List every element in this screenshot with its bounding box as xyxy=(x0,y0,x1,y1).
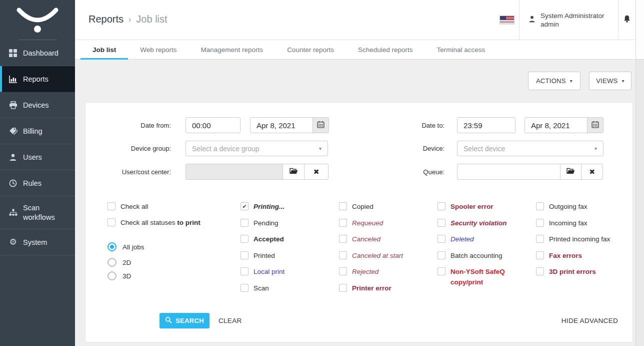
tab-web-reports[interactable]: Web reports xyxy=(128,40,188,59)
status-checkbox-printed[interactable]: Printed xyxy=(240,251,275,260)
status-checkbox-accepted[interactable]: Accepted xyxy=(240,235,284,243)
sidebar-item-scan-workflows[interactable]: Scan workflows xyxy=(0,196,75,229)
status-label: Printed xyxy=(254,251,275,260)
date-to-calendar-button[interactable] xyxy=(587,117,604,133)
checkbox-icon xyxy=(536,202,544,210)
radio-3d[interactable]: 3D xyxy=(108,271,131,280)
status-checkbox-spooler-error[interactable]: Spooler error xyxy=(438,202,494,211)
user-cost-center-browse-button[interactable] xyxy=(282,164,304,180)
status-label: Printed incoming fax xyxy=(549,235,610,243)
user-menu[interactable]: System Administrator admin xyxy=(520,0,618,40)
sidebar-item-billing[interactable]: Billing xyxy=(0,118,75,144)
status-label: 3D print errors xyxy=(549,267,596,276)
radio-label: 3D xyxy=(122,272,131,280)
checkbox-icon xyxy=(536,251,544,259)
date-from-calendar-button[interactable] xyxy=(312,117,329,133)
date-to-label: Date to: xyxy=(386,122,444,129)
radio-icon xyxy=(108,258,116,267)
status-label: Security violation xyxy=(450,219,507,227)
device-group-select[interactable]: Select a device group ▾ xyxy=(186,141,328,156)
scrollbar-track[interactable] xyxy=(636,0,644,346)
queue-clear-button[interactable]: ✖ xyxy=(581,164,603,180)
queue-browse-button[interactable] xyxy=(560,164,582,180)
app-window: Dashboard Reports Devices Billing xyxy=(0,0,644,346)
folder-open-icon xyxy=(290,167,298,176)
actions-button-label: ACTIONS xyxy=(536,77,566,85)
tab-management-reports[interactable]: Management reports xyxy=(189,40,276,59)
status-checkbox-incoming-fax[interactable]: Incoming fax xyxy=(536,219,588,227)
language-flag-icon[interactable] xyxy=(500,16,514,24)
sidebar-item-rules[interactable]: Rules xyxy=(0,170,75,196)
status-checkbox-fax-errors[interactable]: Fax errors xyxy=(536,251,582,260)
checkbox-icon xyxy=(108,202,116,210)
notifications-button[interactable] xyxy=(618,0,636,40)
status-checkbox-copied[interactable]: Copied xyxy=(339,202,374,211)
tab-label: Management reports xyxy=(201,46,264,54)
filter-panel: Date from: Date to: Device group: Select… xyxy=(85,102,633,342)
status-checkbox-deleted[interactable]: Deleted xyxy=(438,235,474,243)
status-checkbox-pending[interactable]: Pending xyxy=(240,219,278,227)
actions-button[interactable]: ACTIONS ▾ xyxy=(528,72,580,90)
status-label: Accepted xyxy=(254,235,284,243)
views-button[interactable]: VIEWS ▾ xyxy=(589,72,632,90)
status-label: Copied xyxy=(352,202,374,211)
check-all-checkbox[interactable]: Check all xyxy=(108,202,148,211)
calendar-icon xyxy=(592,121,599,130)
sidebar-item-reports[interactable]: Reports xyxy=(0,66,75,92)
date-to-date-input[interactable] xyxy=(524,117,588,133)
checkbox-icon xyxy=(536,235,544,243)
hide-advanced-link[interactable]: HIDE ADVANCED xyxy=(562,313,618,328)
status-checkbox-printer-error[interactable]: Printer error xyxy=(339,284,392,292)
status-label: Requeued xyxy=(352,219,383,227)
search-button-label: SEARCH xyxy=(176,317,204,324)
checkmark-icon: ✔ xyxy=(242,204,246,209)
user-cost-center-input xyxy=(186,164,283,180)
sidebar: Dashboard Reports Devices Billing xyxy=(0,0,75,346)
checkbox-checked-icon: ✔ xyxy=(240,202,248,210)
clear-button[interactable]: CLEAR xyxy=(218,313,242,328)
checkbox-icon xyxy=(438,202,446,210)
radio-2d[interactable]: 2D xyxy=(108,258,131,267)
tab-scheduled-reports[interactable]: Scheduled reports xyxy=(346,40,425,59)
chevron-down-icon: ▾ xyxy=(594,146,597,151)
status-checkbox-3d-print-errors[interactable]: 3D print errors xyxy=(536,267,596,276)
date-from-date-input[interactable] xyxy=(250,117,313,133)
breadcrumb-section[interactable]: Reports xyxy=(88,14,124,25)
views-button-label: VIEWS xyxy=(596,77,618,85)
status-checkbox-local-print[interactable]: Local print xyxy=(240,267,284,276)
radio-all-jobs[interactable]: All jobs xyxy=(108,242,144,251)
status-checkbox-rejected[interactable]: Rejected xyxy=(339,267,378,276)
status-label: Batch accounting xyxy=(450,251,502,260)
status-checkbox-non-ysoft-copy-print[interactable]: Non-YSoft SafeQ copy/print xyxy=(438,267,516,287)
status-label: Deleted xyxy=(450,235,474,243)
tab-terminal-access[interactable]: Terminal access xyxy=(425,40,498,59)
sidebar-item-users[interactable]: Users xyxy=(0,144,75,170)
radio-selected-icon xyxy=(108,242,116,251)
status-checkbox-canceled[interactable]: Canceled xyxy=(339,235,380,243)
scrollbar-thumb[interactable] xyxy=(636,0,644,60)
check-all-statuses-checkbox[interactable]: Check all statuses to print xyxy=(108,218,200,227)
status-checkbox-canceled-at-start[interactable]: Canceled at start xyxy=(339,251,403,260)
sidebar-item-dashboard[interactable]: Dashboard xyxy=(0,40,75,66)
checkbox-icon xyxy=(438,267,446,275)
logo-area[interactable] xyxy=(0,0,75,40)
device-select[interactable]: Select device ▾ xyxy=(457,141,604,156)
sidebar-item-system[interactable]: ⚙ System xyxy=(0,229,75,255)
date-from-time-input[interactable] xyxy=(186,117,240,133)
search-button[interactable]: SEARCH xyxy=(160,313,210,328)
status-label: Fax errors xyxy=(549,251,582,260)
status-checkbox-outgoing-fax[interactable]: Outgoing fax xyxy=(536,202,588,211)
status-checkbox-batch-accounting[interactable]: Batch accounting xyxy=(438,251,502,260)
user-cost-center-clear-button[interactable]: ✖ xyxy=(304,164,328,180)
queue-input[interactable] xyxy=(457,164,560,180)
status-checkbox-requeued[interactable]: Requeued xyxy=(339,219,383,227)
radio-label: 2D xyxy=(122,259,131,266)
tab-job-list[interactable]: Job list xyxy=(80,40,128,59)
status-checkbox-printing[interactable]: ✔ Printing... xyxy=(240,202,284,211)
date-to-time-input[interactable] xyxy=(457,117,516,133)
sidebar-item-devices[interactable]: Devices xyxy=(0,92,75,118)
status-checkbox-scan[interactable]: Scan xyxy=(240,284,269,292)
status-checkbox-printed-incoming-fax[interactable]: Printed incoming fax xyxy=(536,235,610,243)
tab-counter-reports[interactable]: Counter reports xyxy=(275,40,346,59)
status-checkbox-security-violation[interactable]: Security violation xyxy=(438,219,507,227)
